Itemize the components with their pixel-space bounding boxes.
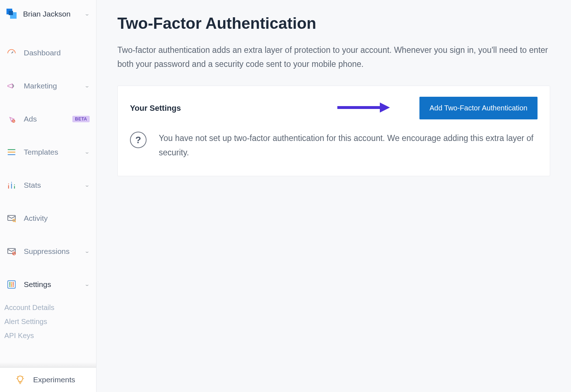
svg-rect-11 <box>8 215 15 220</box>
subnav-alert-settings[interactable]: Alert Settings <box>0 315 96 329</box>
user-account-switcher[interactable]: Brian Jackson ⌄ <box>0 0 96 28</box>
chevron-down-icon: ⌄ <box>84 249 90 254</box>
sidebar-item-label: Templates <box>24 148 77 156</box>
svg-rect-14 <box>8 249 15 254</box>
callout-arrow-icon <box>336 101 390 115</box>
chevron-down-icon: ⌄ <box>84 182 90 188</box>
svg-point-21 <box>11 282 12 284</box>
envelope-search-icon <box>6 213 17 223</box>
bar-chart-icon <box>6 180 17 190</box>
svg-point-8 <box>8 183 9 184</box>
sidebar-item-ads[interactable]: Ads BETA <box>0 109 96 129</box>
card-body: ? You have not set up two-factor authent… <box>130 131 538 160</box>
sidebar: Brian Jackson ⌄ Dashboard Marketing ⌄ Ad… <box>0 0 96 392</box>
beta-badge: BETA <box>72 116 90 122</box>
chevron-down-icon: ⌄ <box>84 83 90 88</box>
main-content: Two-Factor Authentication Two-factor aut… <box>96 0 571 392</box>
sidebar-item-stats[interactable]: Stats ⌄ <box>0 175 96 196</box>
svg-line-26 <box>17 377 18 377</box>
settings-sliders-icon <box>6 279 17 290</box>
templates-icon <box>6 147 17 157</box>
sidebar-item-label: Marketing <box>24 82 77 90</box>
sidebar-item-marketing[interactable]: Marketing ⌄ <box>0 76 96 96</box>
add-two-factor-button[interactable]: Add Two-Factor Authentication <box>419 97 538 119</box>
cursor-click-icon <box>6 114 17 124</box>
svg-line-13 <box>15 221 15 222</box>
sidebar-item-label: Activity <box>24 214 90 223</box>
chevron-down-icon: ⌄ <box>84 11 90 17</box>
sidebar-item-settings[interactable]: Settings ⌄ <box>0 274 96 295</box>
account-logo-icon <box>6 9 17 19</box>
question-mark-icon: ? <box>130 132 147 148</box>
gauge-icon <box>6 48 17 58</box>
megaphone-icon <box>6 81 17 91</box>
sidebar-item-label: Dashboard <box>24 49 90 57</box>
sidebar-item-label: Settings <box>24 280 77 289</box>
settings-card: Your Settings Add Two-Factor Authenticat… <box>117 86 550 176</box>
sidebar-item-label: Experiments <box>33 375 75 384</box>
sidebar-nav: Dashboard Marketing ⌄ Ads BETA Templates… <box>0 42 96 367</box>
card-header: Your Settings Add Two-Factor Authenticat… <box>130 97 538 119</box>
card-title: Your Settings <box>130 104 181 113</box>
svg-point-9 <box>11 182 12 183</box>
user-name: Brian Jackson <box>23 10 78 18</box>
settings-subnav: Account Details Alert Settings API Keys <box>0 301 96 343</box>
svg-line-1 <box>13 120 15 122</box>
svg-line-27 <box>22 377 23 377</box>
sidebar-item-label: Suppressions <box>24 247 77 256</box>
sidebar-item-experiments[interactable]: Experiments <box>0 367 96 392</box>
page-title: Two-Factor Authentication <box>117 14 550 32</box>
svg-point-10 <box>14 184 15 185</box>
sidebar-item-templates[interactable]: Templates ⌄ <box>0 142 96 163</box>
svg-point-19 <box>9 286 10 287</box>
sidebar-item-label: Ads <box>24 115 65 123</box>
chevron-down-icon: ⌄ <box>84 149 90 155</box>
page-description: Two-factor authentication adds an extra … <box>117 43 550 71</box>
info-text: You have not set up two-factor authentic… <box>159 131 538 160</box>
sidebar-item-dashboard[interactable]: Dashboard <box>0 42 96 63</box>
svg-point-23 <box>13 286 14 287</box>
sidebar-item-suppressions[interactable]: Suppressions ⌄ <box>0 241 96 262</box>
svg-marker-29 <box>380 102 390 113</box>
sidebar-item-activity[interactable]: Activity <box>0 208 96 229</box>
subnav-account-details[interactable]: Account Details <box>0 301 96 315</box>
subnav-api-keys[interactable]: API Keys <box>0 329 96 343</box>
chevron-down-icon: ⌄ <box>84 282 90 287</box>
sidebar-item-label: Stats <box>24 181 77 190</box>
envelope-blocked-icon <box>6 246 17 256</box>
lightbulb-icon <box>15 375 25 385</box>
